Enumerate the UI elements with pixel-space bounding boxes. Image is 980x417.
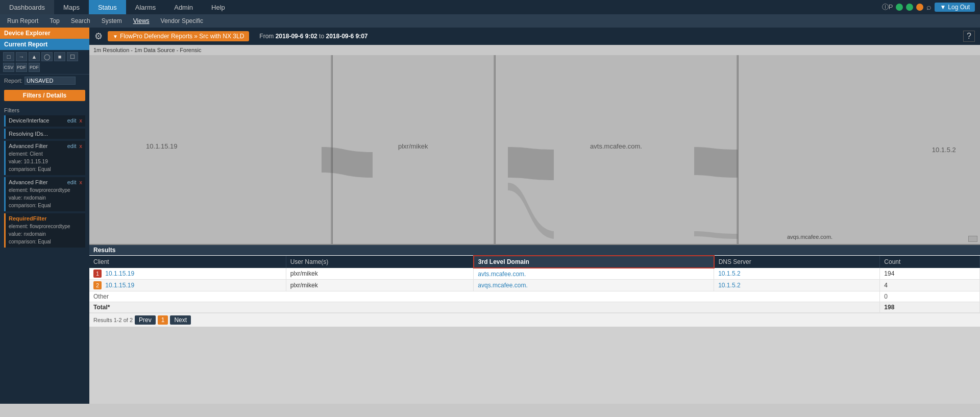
filter-advanced-1-edit-controls: edit x <box>67 143 82 149</box>
nav-vendor-specific[interactable]: Vendor Specific <box>156 14 208 28</box>
filter-advanced-1-edit-link[interactable]: edit <box>67 143 77 149</box>
col-dns: DNS Server <box>714 256 880 268</box>
date-from: 2018-09-6 9:02 <box>276 33 317 40</box>
col-username: User Name(s) <box>286 256 474 268</box>
row1-domain-link[interactable]: avts.mcafee.com. <box>478 271 526 278</box>
breadcrumb-button[interactable]: ▼ FlowPro Defender Reports » Src with NX… <box>108 31 249 41</box>
chart-label-2: plxr/mikek <box>398 142 428 150</box>
toolbar-icon-4[interactable]: ◯ <box>41 52 53 61</box>
filters-section-title: Filters <box>4 107 85 113</box>
results-footer: Results 1-2 of 2 Prev 1 Next <box>89 313 980 327</box>
filter-advanced-1-remove[interactable]: x <box>80 143 83 149</box>
top-navigation: Dashboards Maps Status Alarms Admin Help… <box>0 0 980 14</box>
filter-device-edit-controls: edit x <box>67 117 82 124</box>
chart-col-2: plxr/mikek <box>333 55 495 244</box>
row2-domain-link[interactable]: avqs.mcafee.com. <box>478 282 527 289</box>
row1-domain: avts.mcafee.com. <box>474 268 714 280</box>
nav-help[interactable]: Help <box>202 0 234 14</box>
row2-num: 2 <box>93 281 102 289</box>
toolbar-icon-1[interactable]: □ <box>3 52 14 61</box>
filter-advanced-1: Advanced Filter edit x element: Client v… <box>4 141 85 175</box>
nav-views[interactable]: Views <box>128 14 155 28</box>
bottom-label: avqs.mcafee.com. <box>787 234 832 240</box>
chart-label-4: 10.1.5.2 <box>932 146 956 154</box>
required-filter-comparison: comparison: Equal <box>9 238 82 246</box>
nav-search[interactable]: Search <box>66 14 95 28</box>
toolbar-icon-3[interactable]: ▲ <box>29 52 40 61</box>
filter-advanced-2-remove[interactable]: x <box>80 179 83 185</box>
to-label: to <box>319 33 324 40</box>
filter-advanced-2-edit-controls: edit x <box>67 179 82 185</box>
resolution-label: 1m Resolution - 1m Data Source - Forensi… <box>89 45 980 55</box>
filter-advanced-1-element: element: Client <box>9 150 82 158</box>
next-button[interactable]: Next <box>170 315 191 325</box>
prev-button[interactable]: Prev <box>135 315 156 325</box>
logout-label: Log Out <box>948 4 970 11</box>
nav-alarms[interactable]: Alarms <box>126 0 165 14</box>
toolbar-icon-pdf2[interactable]: PDF <box>29 63 40 72</box>
results-title: Results <box>89 245 980 255</box>
date-to: 2018-09-6 9:07 <box>326 33 368 40</box>
page-number: 1 <box>158 315 168 325</box>
results-table: Client User Name(s) 3rd Level Domain DNS… <box>89 255 980 313</box>
row1-dns-link[interactable]: 10.1.5.2 <box>718 270 740 277</box>
filter-advanced-2-header: Advanced Filter edit x <box>9 179 82 185</box>
scroll-indicator[interactable] <box>968 236 977 242</box>
table-row: 1 10.1.15.19 plxr/mikek avts.mcafee.com.… <box>89 268 980 280</box>
body-layout: Device Explorer Current Report □ → ▲ ◯ ■… <box>0 28 980 404</box>
nav-top[interactable]: Top <box>44 14 64 28</box>
gear-icon[interactable]: ⚙ <box>94 31 103 42</box>
report-input[interactable] <box>24 77 76 85</box>
sidebar: Device Explorer Current Report □ → ▲ ◯ ■… <box>0 28 89 404</box>
row2-client: 2 10.1.15.19 <box>89 280 286 291</box>
filter-advanced-2-edit-link[interactable]: edit <box>67 179 77 185</box>
filter-device-remove[interactable]: x <box>80 117 83 124</box>
breadcrumb-arrow-icon: ▼ <box>113 34 118 39</box>
nav-run-report[interactable]: Run Report <box>2 14 43 28</box>
toolbar-icon-csv[interactable]: CSV <box>3 63 14 72</box>
filter-advanced-2: Advanced Filter edit x element: flowpror… <box>4 177 85 211</box>
status-dot-green2 <box>906 4 913 11</box>
nav-status[interactable]: Status <box>89 0 126 14</box>
row2-dns-link[interactable]: 10.1.5.2 <box>718 282 740 289</box>
row2-dns: 10.1.5.2 <box>714 280 880 291</box>
date-range: From 2018-09-6 9:02 to 2018-09-6 9:07 <box>259 33 368 40</box>
chart-inner: 10.1.15.19 plxr/mikek avts.mcafee.com. <box>89 55 980 244</box>
search-icon[interactable]: ⌕ <box>926 3 932 12</box>
required-filter: RequiredFilter element: flowprorecordtyp… <box>4 213 85 248</box>
sidebar-current-report[interactable]: Current Report <box>0 39 89 50</box>
sidebar-toolbar: □ → ▲ ◯ ■ ☐ CSV PDF PDF <box>0 50 89 75</box>
row2-username: plxr/mikek <box>286 280 474 291</box>
filter-advanced-2-element: element: flowprorecordtype <box>9 186 82 194</box>
sidebar-device-explorer[interactable]: Device Explorer <box>0 28 89 39</box>
total-label: Total* <box>89 302 880 313</box>
filter-device-title: Device/Interface <box>9 117 49 124</box>
toolbar-icon-pdf[interactable]: PDF <box>16 63 27 72</box>
filter-advanced-2-title: Advanced Filter <box>9 179 47 185</box>
filter-device-edit-link[interactable]: edit <box>67 117 77 124</box>
row1-dns: 10.1.5.2 <box>714 268 880 280</box>
nav-dashboards[interactable]: Dashboards <box>0 0 54 14</box>
logout-arrow-icon: ▼ <box>940 4 946 11</box>
required-filter-element: element: flowprorecordtype <box>9 223 82 230</box>
col-domain: 3rd Level Domain <box>474 256 714 268</box>
results-header-row: Client User Name(s) 3rd Level Domain DNS… <box>89 256 980 268</box>
filters-details-button[interactable]: Filters / Details <box>4 90 85 101</box>
nav-admin[interactable]: Admin <box>165 0 202 14</box>
filter-advanced-1-header: Advanced Filter edit x <box>9 143 82 149</box>
toolbar-icon-5[interactable]: ■ <box>54 52 65 61</box>
logout-button[interactable]: ▼ Log Out <box>935 3 975 12</box>
row1-count: 194 <box>880 268 980 280</box>
nav-maps[interactable]: Maps <box>54 0 89 14</box>
help-icon[interactable]: ? <box>963 31 975 42</box>
toolbar-icon-6[interactable]: ☐ <box>67 52 78 61</box>
row2-client-link[interactable]: 10.1.15.19 <box>105 282 134 289</box>
row1-client-link[interactable]: 10.1.15.19 <box>105 270 134 277</box>
toolbar-icon-2[interactable]: → <box>16 52 27 61</box>
report-label: Report: <box>4 78 22 84</box>
chart-col-1: 10.1.15.19 <box>89 55 332 244</box>
row1-username: plxr/mikek <box>286 268 474 280</box>
nav-system[interactable]: System <box>96 14 127 28</box>
sidebar-report-row: Report: <box>0 75 89 87</box>
chart-col-4: 10.1.5.2 avqs.mcafee.com. <box>739 55 980 244</box>
